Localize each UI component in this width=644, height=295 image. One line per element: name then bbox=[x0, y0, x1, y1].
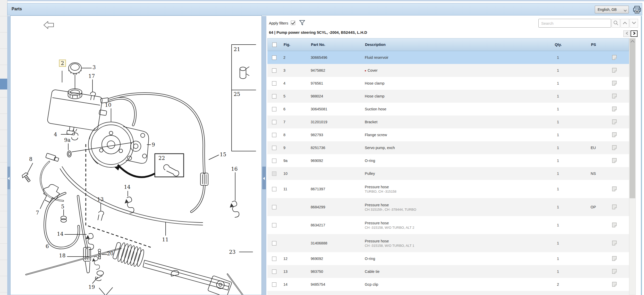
diagram-label-21[interactable]: 21 bbox=[234, 46, 240, 52]
row-ps bbox=[583, 90, 604, 103]
row-checkbox[interactable] bbox=[272, 68, 276, 73]
row-checkbox[interactable] bbox=[272, 241, 276, 245]
row-checkbox[interactable] bbox=[272, 81, 276, 86]
note-icon[interactable] bbox=[612, 204, 617, 210]
column-header-ps[interactable]: PS bbox=[583, 38, 604, 51]
table-row[interactable]: 4 976561 Hose clamp 1 bbox=[267, 77, 629, 90]
diagram-label-6[interactable]: 6 bbox=[46, 243, 49, 249]
row-checkbox[interactable] bbox=[272, 120, 276, 124]
table-row[interactable]: 31406888 Pressure hose CH -315158, W/O T… bbox=[267, 234, 629, 252]
table-row[interactable]: 9 8251736 Servo pump, exch 1 EU bbox=[267, 141, 629, 154]
table-row[interactable]: 8 982793 Flange screw 1 bbox=[267, 128, 629, 141]
diagram-label-15[interactable]: 15 bbox=[220, 151, 226, 158]
diagram-label-14[interactable]: 14 bbox=[57, 231, 63, 237]
row-checkbox[interactable] bbox=[272, 146, 276, 150]
table-row[interactable]: 9a 969092 O-ring 1 bbox=[267, 154, 629, 167]
row-checkbox[interactable] bbox=[272, 223, 276, 227]
table-row[interactable]: 15 30665037 Gcp return pipe W/O TURBO, T… bbox=[267, 291, 629, 295]
filter-button[interactable] bbox=[299, 20, 306, 26]
search-prev-button[interactable] bbox=[621, 19, 629, 28]
left-splitter[interactable] bbox=[7, 16, 10, 295]
diagram-label-11[interactable]: 11 bbox=[162, 236, 168, 243]
center-splitter-collapse-icon[interactable] bbox=[263, 177, 265, 180]
row-checkbox[interactable] bbox=[272, 269, 276, 274]
table-row[interactable]: 8684299 Pressure hose CH 315159-, CH -37… bbox=[267, 198, 629, 216]
apply-filters-checkbox[interactable] bbox=[291, 21, 295, 25]
diagram-label-2[interactable]: 2 bbox=[59, 60, 66, 67]
diagram-label-5[interactable]: 5 bbox=[61, 203, 64, 210]
diagram-label-22[interactable]: 22 bbox=[158, 155, 165, 161]
diagram-label-16[interactable]: 16 bbox=[231, 166, 238, 172]
center-splitter[interactable] bbox=[262, 16, 266, 295]
next-page-button[interactable] bbox=[631, 30, 638, 37]
note-icon[interactable] bbox=[612, 55, 617, 60]
row-checkbox[interactable] bbox=[272, 257, 276, 261]
table-row[interactable]: 12 969092 O-ring 1 bbox=[267, 252, 629, 265]
select-all-checkbox[interactable] bbox=[272, 43, 277, 47]
print-button[interactable] bbox=[631, 5, 641, 15]
search-button[interactable] bbox=[612, 19, 620, 28]
diagram-label-13[interactable]: 13 bbox=[97, 196, 104, 202]
diagram-label-3[interactable]: 3 bbox=[92, 64, 96, 70]
table-row[interactable]: 5 988024 Hose clamp 1 bbox=[267, 90, 629, 103]
table-row[interactable]: 3 9475862 Cover 1 bbox=[267, 64, 629, 77]
left-rail[interactable] bbox=[0, 0, 7, 295]
row-checkbox[interactable] bbox=[272, 282, 276, 287]
note-icon[interactable] bbox=[612, 240, 617, 246]
diagram-label-8[interactable]: 8 bbox=[29, 156, 32, 162]
left-splitter-collapse-icon[interactable] bbox=[8, 177, 10, 180]
diagram-label-9[interactable]: 9 bbox=[152, 142, 155, 148]
note-icon[interactable] bbox=[612, 132, 617, 138]
table-scrollbar[interactable] bbox=[629, 38, 636, 295]
diagram-label-19[interactable]: 19 bbox=[88, 284, 95, 290]
search-next-button[interactable] bbox=[630, 19, 638, 28]
table-row[interactable]: 7 31201019 Bracket 1 bbox=[267, 116, 629, 128]
column-header-part[interactable]: Part No. bbox=[311, 38, 325, 51]
note-icon[interactable] bbox=[612, 222, 617, 228]
note-icon[interactable] bbox=[612, 158, 617, 163]
table-row[interactable]: 10 Pulley 1 NS bbox=[267, 167, 629, 180]
note-icon[interactable] bbox=[612, 119, 617, 125]
note-icon[interactable] bbox=[612, 68, 617, 73]
note-icon[interactable] bbox=[612, 256, 617, 261]
row-checkbox[interactable] bbox=[272, 205, 276, 209]
diagram-label-25[interactable]: 25 bbox=[234, 91, 240, 97]
table-row[interactable]: 2 30665496 Fluid reservoir 1 bbox=[267, 51, 629, 64]
prev-page-button[interactable] bbox=[623, 30, 630, 37]
note-icon[interactable] bbox=[612, 145, 617, 151]
row-checkbox[interactable] bbox=[272, 107, 276, 111]
note-icon[interactable] bbox=[612, 269, 617, 274]
table-row[interactable]: 11 8671397 Pressure hose TURBO, CH -3151… bbox=[267, 180, 629, 198]
diagram-label-4[interactable]: 4 bbox=[54, 131, 57, 137]
search-input[interactable] bbox=[538, 19, 611, 28]
diagram-label-17[interactable]: 17 bbox=[88, 73, 95, 79]
diagram-label-14[interactable]: 14 bbox=[124, 184, 130, 190]
note-icon[interactable] bbox=[612, 106, 617, 112]
column-header-desc[interactable]: Description bbox=[365, 38, 530, 51]
column-header-fig[interactable]: Fig. bbox=[284, 38, 290, 51]
diagram-label-10[interactable]: 10 bbox=[105, 102, 111, 108]
diagram-label-7[interactable]: 7 bbox=[36, 210, 39, 216]
note-icon[interactable] bbox=[612, 186, 617, 192]
table-row[interactable]: 6 30645081 Suction hose 1 bbox=[267, 103, 629, 116]
row-checkbox[interactable] bbox=[272, 94, 276, 99]
row-checkbox[interactable] bbox=[272, 171, 276, 176]
left-rail-active-item[interactable] bbox=[0, 79, 7, 89]
table-scrollbar-thumb[interactable] bbox=[630, 38, 635, 198]
column-header-qty[interactable]: Qty. bbox=[548, 38, 569, 51]
table-row[interactable]: 8634217 Pressure hose CH -315158, W/O TU… bbox=[267, 216, 629, 234]
note-icon[interactable] bbox=[612, 80, 617, 86]
row-checkbox[interactable] bbox=[272, 187, 276, 191]
table-row[interactable]: 14 9485754 Gcp clip 2 bbox=[267, 278, 629, 291]
diagram-label-9a[interactable]: 9a bbox=[64, 137, 71, 143]
language-select[interactable]: English, GB bbox=[595, 6, 629, 13]
diagram-label-23[interactable]: 23 bbox=[229, 249, 235, 255]
diagram-label-20[interactable]: 20 bbox=[107, 250, 113, 257]
row-checkbox[interactable] bbox=[272, 159, 276, 163]
note-icon[interactable] bbox=[612, 93, 617, 99]
row-checkbox[interactable] bbox=[272, 133, 276, 137]
note-icon[interactable] bbox=[612, 282, 617, 287]
row-checkbox[interactable] bbox=[272, 55, 276, 60]
diagram-label-18[interactable]: 18 bbox=[59, 252, 65, 259]
table-row[interactable]: 13 983750 Cable tie 1 bbox=[267, 265, 629, 278]
